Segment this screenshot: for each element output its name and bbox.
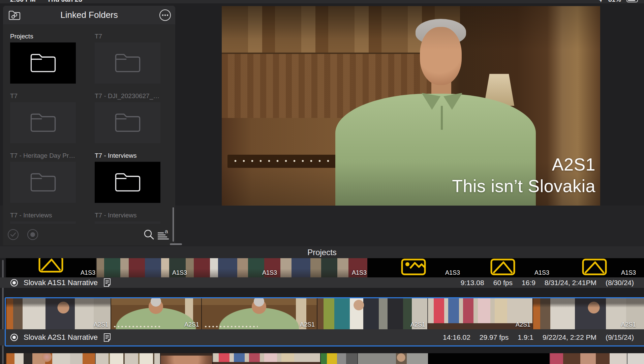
missing-media-icon xyxy=(490,258,516,277)
folder-label: T7 - DJI_20230627_18… xyxy=(95,92,160,100)
record-voiceover-button[interactable] xyxy=(25,227,40,242)
folder-icon xyxy=(114,171,142,193)
folder-icon xyxy=(29,52,57,74)
clip-thumbnail xyxy=(160,353,212,364)
ellipsis-icon xyxy=(159,9,172,22)
folder-thumbnail xyxy=(10,102,76,143)
clip-thumbnail xyxy=(549,353,627,364)
project-name-group: Slovak A1S1 Narrative xyxy=(10,278,111,287)
title-overlay-line2: This isn’t Slovakia xyxy=(452,175,595,197)
clip-thumbnail-missing xyxy=(367,258,644,277)
folder-icon xyxy=(114,52,142,74)
clip-label: A1S3 xyxy=(609,269,636,276)
folder-label: T7 - Interviews xyxy=(95,212,160,219)
project-row-a1s1[interactable]: Slovak A1S1 Narrative 9:13.08 60 fps 16:… xyxy=(0,277,644,288)
folder-label: Projects xyxy=(10,33,76,40)
folder-grid-viewport: Projects T7 T7 xyxy=(3,24,175,224)
project-aspect: 16:9 xyxy=(522,279,535,287)
folder-item-projects[interactable]: Projects xyxy=(10,33,76,84)
folder-thumbnail xyxy=(10,162,76,203)
clip-label: A1S3 xyxy=(160,269,187,276)
project-name: Slovak A1S1 Narrative xyxy=(24,278,98,287)
app-screen: 2:30 PM Thu Jan 23 ➤ 81% Linked Folders xyxy=(0,0,644,364)
folder-thumbnail xyxy=(95,162,160,203)
status-time: 2:30 PM xyxy=(10,0,36,3)
battery-percent: 81% xyxy=(608,0,621,3)
clip-thumbnail xyxy=(6,353,95,364)
folder-icon xyxy=(114,112,142,134)
search-icon xyxy=(143,229,155,240)
folder-item-t7-heritage[interactable]: T7 - Heritage Day Pres… xyxy=(10,152,76,203)
project-filmstrip-a1s1[interactable]: A1S3 A1S3 A1S3 A1S3 A1S3 A1S3 A1S3 xyxy=(6,258,644,277)
folder-icon xyxy=(29,112,57,134)
folder-label: T7 xyxy=(95,33,160,40)
folder-item-t7-interviews[interactable]: T7 - Interviews xyxy=(10,212,76,224)
projects-scrollbar[interactable] xyxy=(2,260,4,364)
folder-grid: Projects T7 T7 xyxy=(10,33,160,224)
folder-thumbnail xyxy=(95,102,160,143)
folder-thumbnail xyxy=(95,42,160,84)
project-metadata: 9:13.08 60 fps 16:9 8/31/24, 2:41PM (8/3… xyxy=(461,279,634,287)
status-clock: 2:30 PM Thu Jan 23 xyxy=(10,0,82,3)
projects-section-title: Projects xyxy=(0,246,644,258)
missing-media-icon xyxy=(401,258,426,277)
project-timestamp: 8/31/24, 2:41PM xyxy=(545,279,596,287)
folder-thumbnail xyxy=(10,42,76,84)
status-indicators: ➤ 81% xyxy=(599,0,638,3)
clip-thumbnail xyxy=(95,353,160,364)
missing-media-icon xyxy=(582,258,607,277)
battery-icon xyxy=(626,0,638,2)
project-fps: 60 fps xyxy=(493,279,513,287)
folder-item-t7-interviews[interactable]: T7 - Interviews xyxy=(95,152,160,203)
svg-text:a: a xyxy=(165,229,168,235)
panel-scrollbar[interactable] xyxy=(173,207,174,242)
title-overlay-line1: A2S1 xyxy=(452,154,595,175)
project-duration: 9:13.08 xyxy=(461,279,484,287)
video-preview[interactable]: A2S1 This isn’t Slovakia xyxy=(222,6,600,206)
folder-item-t7-dji[interactable]: T7 - DJI_20230627_18… xyxy=(95,92,160,143)
selected-project-outline xyxy=(5,297,644,346)
folder-label: T7 - Interviews xyxy=(10,212,76,219)
project-filmstrip-partial[interactable] xyxy=(6,353,644,364)
panel-resize-handle[interactable] xyxy=(170,243,182,245)
folder-item-t7[interactable]: T7 xyxy=(95,33,160,84)
clip-thumbnail xyxy=(357,353,428,364)
folder-label: T7 - Heritage Day Pres… xyxy=(10,152,76,159)
clip-thumbnail xyxy=(212,353,320,364)
clip-label: A1S3 xyxy=(250,269,277,276)
sort-by-name-icon: a xyxy=(157,229,170,240)
folder-label: T7 xyxy=(10,92,76,100)
clip-thumbnail xyxy=(320,353,357,364)
panel-more-button[interactable] xyxy=(158,8,173,22)
folder-thumbnail xyxy=(95,221,160,224)
folder-thumbnail xyxy=(10,221,76,224)
clip-label: A1S3 xyxy=(340,269,367,276)
clip-thumbnail xyxy=(96,258,367,277)
title-overlay: A2S1 This isn’t Slovakia xyxy=(452,154,595,197)
missing-media-icon xyxy=(38,258,64,274)
project-backup-date: (8/30/24) xyxy=(606,279,634,287)
notes-icon[interactable] xyxy=(103,278,111,287)
clip-label: A1S3 xyxy=(522,269,549,276)
panel-header: Linked Folders xyxy=(3,6,175,24)
clip-thumbnail xyxy=(627,353,644,364)
record-circle-icon xyxy=(27,229,39,241)
clip-label: A1S3 xyxy=(68,269,95,276)
clip-thumbnail xyxy=(428,353,549,364)
linked-folders-panel: Linked Folders Projects T7 xyxy=(3,6,175,245)
clip-label: A1S3 xyxy=(433,269,460,276)
status-bar: 2:30 PM Thu Jan 23 ➤ 81% xyxy=(0,0,644,3)
folder-item-t7[interactable]: T7 xyxy=(10,92,76,143)
select-mode-button[interactable] xyxy=(6,227,21,242)
folder-label: T7 - Interviews xyxy=(95,152,160,159)
panel-title: Linked Folders xyxy=(3,10,175,20)
search-button[interactable] xyxy=(142,227,156,242)
panel-toolbar: a xyxy=(3,224,175,245)
folder-item-t7-interviews[interactable]: T7 - Interviews xyxy=(95,212,160,224)
location-icon: ➤ xyxy=(597,0,605,3)
sort-button[interactable]: a xyxy=(156,227,171,242)
checkmark-circle-icon xyxy=(7,229,19,241)
radio-selected-icon xyxy=(10,279,18,287)
status-date: Thu Jan 23 xyxy=(47,0,82,3)
folder-icon xyxy=(29,171,57,193)
